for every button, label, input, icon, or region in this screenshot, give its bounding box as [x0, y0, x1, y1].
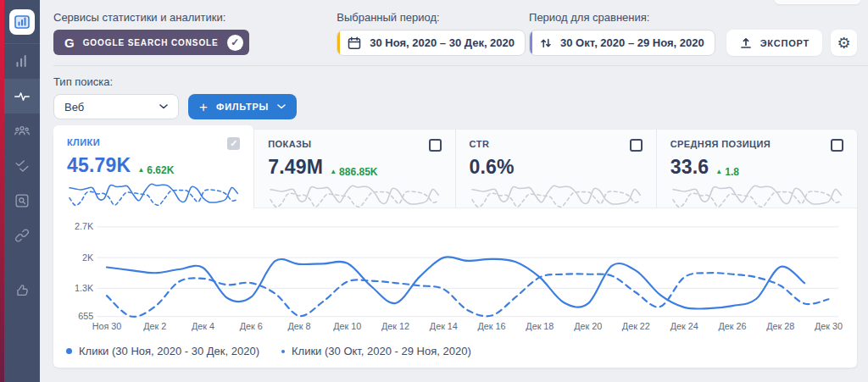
compare-period-label: Период для сравнения:: [529, 11, 715, 24]
sidebar-item-audience[interactable]: [4, 113, 40, 148]
svg-text:1.3K: 1.3K: [75, 283, 94, 293]
analytics-dashboard: Сервисы статистики и аналитики: G GOOGLE…: [0, 0, 868, 382]
svg-text:Дек 26: Дек 26: [718, 321, 746, 331]
metric-card-ctr[interactable]: CTR 0.6%: [456, 130, 657, 208]
calendar-icon: [347, 36, 362, 51]
legend-hollow-dot-icon: [281, 350, 285, 353]
svg-text:Дек 6: Дек 6: [240, 321, 263, 331]
selected-period-input[interactable]: 30 Ноя, 2020 – 30 Дек, 2020: [337, 30, 526, 56]
clipped-element-above: [775, 0, 860, 4]
search-type-label: Тип поиска:: [53, 75, 868, 88]
export-button[interactable]: ЭКСПОРТ: [726, 30, 822, 56]
compare-period-input[interactable]: 30 Окт, 2020 – 29 Ноя, 2020: [529, 30, 715, 56]
svg-text:Дек 2: Дек 2: [143, 321, 166, 331]
delta-up-icon: ▲: [330, 169, 337, 175]
link-icon: [13, 226, 31, 245]
google-search-console-button[interactable]: G GOOGLE SEARCH CONSOLE ✓: [53, 30, 249, 55]
selected-period-value: 30 Ноя, 2020 – 30 Дек, 2020: [370, 36, 515, 49]
filters-button[interactable]: + ФИЛЬТРЫ: [188, 94, 297, 119]
svg-text:Дек 30: Дек 30: [815, 321, 843, 331]
svg-text:Дек 18: Дек 18: [526, 321, 554, 331]
connected-check-icon: ✓: [227, 35, 243, 51]
sidebar-item-site-audit[interactable]: [4, 183, 40, 218]
filters-button-label: ФИЛЬТРЫ: [216, 102, 269, 112]
pulse-icon: [13, 87, 31, 106]
metric-checkbox[interactable]: [429, 139, 442, 152]
chevron-down-icon: [159, 104, 168, 109]
sparkline-avg-position: [670, 180, 843, 212]
thumb-up-icon: [13, 281, 31, 300]
period-controls: Выбранный период: 30 Ноя, 2020 – 30 Дек,…: [337, 11, 857, 56]
google-g-icon: G: [64, 36, 75, 49]
metric-delta: ▲6.62K: [137, 164, 174, 176]
svg-text:Ноя 30: Ноя 30: [92, 321, 122, 331]
sidebar-item-dynamics[interactable]: [4, 79, 40, 113]
svg-text:Дек 12: Дек 12: [381, 321, 409, 331]
svg-text:655: 655: [78, 311, 93, 321]
selected-period-label: Выбранный период:: [337, 11, 526, 24]
metric-delta: ▲886.85K: [330, 166, 377, 178]
services-label: Сервисы статистики и аналитики:: [53, 11, 249, 24]
bar-chart-icon: [13, 53, 31, 71]
main-chart-svg: 2.7K2K1.3K655Ноя 30Дек 2Дек 4Дек 6Дек 8Д…: [60, 219, 850, 343]
metric-cards: КЛИКИ ✓ 45.79K ▲6.62K ПОКАЗЫ 7.: [53, 130, 857, 208]
svg-text:Дек 10: Дек 10: [333, 321, 361, 331]
sidebar-item-recommendations[interactable]: [4, 273, 40, 307]
svg-text:Дек 28: Дек 28: [766, 321, 794, 331]
gear-icon: ⚙: [837, 34, 850, 53]
delta-up-icon: ▲: [715, 169, 722, 175]
svg-text:2K: 2K: [82, 252, 94, 263]
svg-text:2.7K: 2.7K: [75, 221, 94, 231]
svg-text:Дек 8: Дек 8: [288, 321, 311, 331]
settings-button[interactable]: ⚙: [831, 30, 857, 56]
sidebar-item-positions[interactable]: [4, 148, 40, 183]
metric-card-impressions[interactable]: ПОКАЗЫ 7.49M ▲886.85K: [254, 130, 455, 208]
sidebar: [0, 0, 40, 382]
compare-period-group: Период для сравнения: 30 Окт, 2020 – 29 …: [529, 11, 715, 56]
legend-label: Клики (30 Окт, 2020 - 29 Ноя, 2020): [292, 345, 471, 357]
sidebar-item-summary[interactable]: [4, 44, 40, 79]
metric-value: 0.6%: [470, 156, 515, 179]
legend-solid-dot-icon: [66, 348, 72, 354]
chevron-down-icon: [277, 104, 286, 109]
metric-card-clicks[interactable]: КЛИКИ ✓ 45.79K ▲6.62K: [53, 125, 254, 208]
metric-card-avg-position[interactable]: СРЕДНЯЯ ПОЗИЦИЯ 33.6 ▲1.8: [657, 130, 857, 208]
svg-text:Дек 22: Дек 22: [622, 321, 650, 331]
upload-icon: [739, 36, 753, 50]
legend-label: Клики (30 Ноя, 2020 - 30 Дек, 2020): [79, 345, 259, 357]
app-logo-chart-icon: [12, 12, 32, 32]
sparkline-impressions: [268, 180, 441, 212]
selected-period-group: Выбранный период: 30 Ноя, 2020 – 30 Дек,…: [337, 11, 526, 56]
delta-up-icon: ▲: [137, 167, 144, 174]
check-icon: ✓: [230, 138, 237, 149]
metric-label: ПОКАЗЫ: [268, 139, 311, 149]
metric-checkbox-checked[interactable]: ✓: [227, 137, 240, 150]
metric-checkbox[interactable]: [831, 139, 843, 152]
metric-value: 7.49M: [268, 156, 323, 179]
metric-checkbox[interactable]: [630, 139, 643, 152]
app-logo[interactable]: [9, 9, 35, 35]
topbar: Сервисы статистики и аналитики: G GOOGLE…: [53, 0, 868, 56]
metric-delta: ▲1.8: [715, 166, 739, 178]
plus-icon: +: [199, 100, 208, 114]
metric-value: 33.6: [670, 156, 709, 179]
legend-item-compare[interactable]: Клики (30 Окт, 2020 - 29 Ноя, 2020): [281, 345, 471, 357]
svg-text:Дек 16: Дек 16: [478, 321, 506, 331]
chart-area: 2.7K2K1.3K655Ноя 30Дек 2Дек 4Дек 6Дек 8Д…: [53, 208, 857, 343]
legend-item-current[interactable]: Клики (30 Ноя, 2020 - 30 Дек, 2020): [66, 345, 259, 357]
positions-check-icon: [13, 157, 31, 175]
sidebar-nav: [4, 0, 40, 382]
metric-label: CTR: [470, 139, 490, 149]
search-type-select[interactable]: Веб: [53, 94, 179, 119]
audience-icon: [13, 122, 31, 141]
svg-text:Дек 20: Дек 20: [574, 321, 602, 331]
sparkline-ctr: [470, 180, 643, 212]
metric-label: КЛИКИ: [67, 137, 100, 147]
metric-value: 45.79K: [67, 154, 131, 177]
export-button-label: ЭКСПОРТ: [760, 38, 810, 48]
sort-arrows-icon: [539, 36, 553, 50]
sidebar-item-links[interactable]: [4, 218, 40, 252]
logo-wrap: [4, 0, 40, 44]
svg-text:Дек 14: Дек 14: [430, 321, 458, 331]
svg-text:Дек 24: Дек 24: [670, 321, 698, 331]
